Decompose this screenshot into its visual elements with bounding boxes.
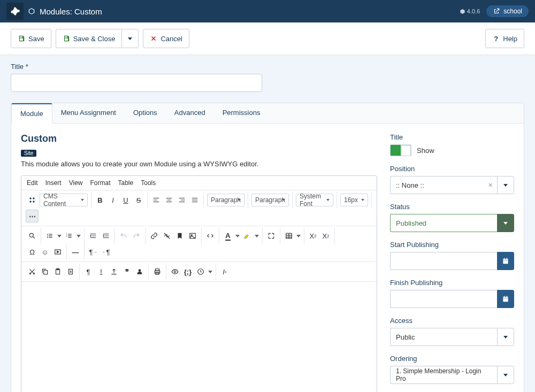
italic-icon[interactable]: I	[106, 194, 119, 206]
clear-format-icon[interactable]: I×	[218, 265, 231, 278]
hr-icon[interactable]: —	[69, 245, 82, 258]
preview-icon[interactable]	[169, 265, 181, 278]
joomla-icon[interactable]	[26, 194, 39, 206]
align-left-icon[interactable]	[150, 194, 163, 206]
bullet-list-icon[interactable]	[43, 229, 56, 242]
fullscreen-icon[interactable]	[265, 229, 278, 242]
finish-publishing-input[interactable]	[390, 290, 497, 308]
bold-icon[interactable]: B	[94, 194, 106, 206]
tab-options[interactable]: Options	[125, 103, 166, 123]
table-icon[interactable]	[282, 229, 295, 242]
outdent-icon[interactable]	[87, 229, 100, 242]
more-icon[interactable]: ⋯	[26, 210, 39, 222]
datetime-icon[interactable]	[194, 265, 207, 278]
cut-icon[interactable]	[26, 265, 39, 278]
menu-view[interactable]: View	[69, 179, 83, 187]
access-select[interactable]: Public	[390, 328, 497, 346]
svg-rect-37	[504, 296, 505, 297]
status-dropdown[interactable]	[497, 214, 514, 232]
paste-icon[interactable]	[51, 265, 64, 278]
numbered-list-dropdown[interactable]	[75, 229, 82, 242]
editor-content[interactable]	[21, 282, 377, 392]
undo-icon[interactable]	[117, 229, 130, 242]
tab-menu-assignment[interactable]: Menu Assignment	[52, 103, 125, 123]
codesample-icon[interactable]: {;}	[181, 265, 194, 278]
cms-content-select[interactable]: CMS Content	[40, 194, 88, 206]
status-select[interactable]: Published	[390, 214, 497, 232]
help-button[interactable]: ? Help	[485, 29, 524, 48]
access-dropdown[interactable]	[497, 328, 514, 346]
open-site-button[interactable]: school	[486, 5, 529, 17]
menu-insert[interactable]: Insert	[45, 179, 62, 187]
person-icon[interactable]	[133, 265, 146, 278]
title-input[interactable]	[11, 74, 262, 92]
clear-icon[interactable]: ×	[488, 181, 493, 189]
align-right-icon[interactable]	[175, 194, 188, 206]
menu-format[interactable]: Format	[90, 179, 111, 187]
show-title-toggle[interactable]	[390, 144, 411, 156]
paste-text-icon[interactable]	[64, 265, 77, 278]
indent-icon[interactable]	[100, 229, 112, 242]
code-icon[interactable]	[204, 229, 217, 242]
highlight-icon[interactable]	[241, 229, 254, 242]
text-color-dropdown[interactable]	[234, 229, 241, 242]
start-calendar-button[interactable]	[497, 252, 514, 270]
save-button[interactable]: Save	[11, 29, 51, 48]
numbered-list-icon[interactable]: 12	[63, 229, 75, 242]
search-icon[interactable]	[26, 229, 39, 242]
ordering-select[interactable]: 1. Simple Membership - Login Pro	[390, 366, 497, 384]
save-close-dropdown[interactable]	[121, 29, 139, 48]
redo-icon[interactable]	[130, 229, 143, 242]
highlight-dropdown[interactable]	[254, 229, 260, 242]
table-dropdown[interactable]	[295, 229, 302, 242]
position-select[interactable]: :: None :: ×	[390, 176, 497, 194]
align-center-icon[interactable]	[163, 194, 175, 206]
underline-icon[interactable]: U	[119, 194, 132, 206]
text-color-icon[interactable]: A	[221, 229, 234, 242]
tab-advanced[interactable]: Advanced	[166, 103, 214, 123]
strikethrough-icon[interactable]: S	[132, 194, 145, 206]
cancel-button[interactable]: Cancel	[143, 29, 189, 48]
ordering-dropdown[interactable]	[497, 366, 514, 384]
subscript-icon[interactable]: X2	[307, 229, 319, 242]
print-icon[interactable]	[151, 265, 164, 278]
show-invisible-icon[interactable]	[95, 265, 108, 278]
wysiwyg-editor: Edit Insert View Format Table Tools CMS …	[21, 175, 377, 392]
bookmark-icon[interactable]	[173, 229, 186, 242]
font-family-select[interactable]: System Font	[296, 194, 333, 206]
image-icon[interactable]	[186, 229, 199, 242]
upload-icon[interactable]	[108, 265, 120, 278]
menu-tools[interactable]: Tools	[141, 179, 156, 187]
blockquote-icon[interactable]: ❞	[120, 265, 133, 278]
save-icon	[18, 35, 25, 42]
special-char-icon[interactable]: Ω	[26, 245, 39, 258]
unlink-icon[interactable]	[160, 229, 173, 242]
bullet-list-dropdown[interactable]	[56, 229, 63, 242]
svg-point-30	[174, 271, 176, 273]
menu-edit[interactable]: Edit	[27, 179, 38, 187]
editor-menubar: Edit Insert View Format Table Tools	[21, 176, 377, 190]
align-justify-icon[interactable]	[188, 194, 201, 206]
finish-calendar-button[interactable]	[497, 290, 514, 308]
save-close-button[interactable]: Save & Close	[56, 29, 122, 48]
start-publishing-input[interactable]	[390, 252, 497, 270]
menu-table[interactable]: Table	[118, 179, 134, 187]
show-blocks-icon[interactable]: ¶	[82, 265, 95, 278]
block-format-select[interactable]: Paragraph	[207, 194, 244, 206]
copy-icon[interactable]	[39, 265, 51, 278]
ltr-icon[interactable]: ¶→	[87, 245, 100, 258]
superscript-icon[interactable]: X2	[319, 229, 332, 242]
position-dropdown[interactable]	[497, 176, 514, 194]
joomla-logo[interactable]	[6, 3, 24, 20]
style-format-select[interactable]: Paragraph	[251, 194, 289, 206]
tab-permissions[interactable]: Permissions	[214, 103, 269, 123]
svg-point-1	[33, 197, 34, 199]
emoji-icon[interactable]: ☺	[39, 245, 51, 258]
access-label: Access	[390, 317, 514, 325]
font-size-select[interactable]: 16px	[340, 194, 368, 206]
link-icon[interactable]	[148, 229, 160, 242]
tab-module[interactable]: Module	[11, 103, 52, 124]
media-icon[interactable]	[51, 245, 64, 258]
datetime-dropdown[interactable]	[207, 265, 213, 278]
rtl-icon[interactable]: ←¶	[100, 245, 112, 258]
